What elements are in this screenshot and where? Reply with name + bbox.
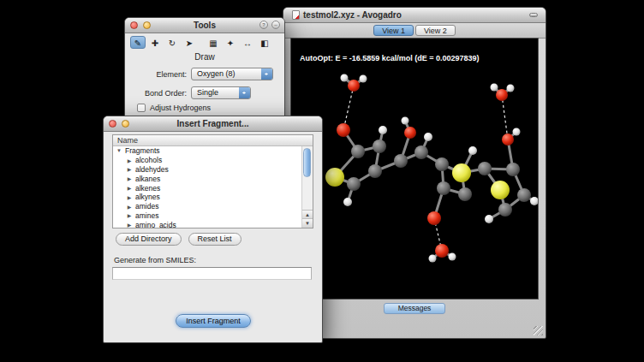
insert-fragment-dialog: Insert Fragment... Name ▼Fragments▶alcoh… — [103, 116, 323, 343]
element-dropdown[interactable]: Oxygen (8) — [191, 68, 273, 80]
tool-panel-title: Draw — [125, 52, 284, 62]
document-icon — [292, 10, 300, 20]
tab-bar: View 1View 2 — [283, 23, 546, 39]
adjust-hydrogens-label: Adjust Hydrogens — [150, 104, 211, 112]
resize-grip[interactable] — [534, 326, 543, 335]
tab-view-1[interactable]: View 1 — [373, 25, 414, 36]
element-row: Element: Oxygen (8) — [125, 68, 277, 80]
disclosure-triangle-icon[interactable]: ▶ — [126, 204, 133, 210]
help-button[interactable]: ? — [259, 21, 268, 29]
molecule-render[interactable] — [291, 39, 538, 299]
autooptimize-tool-icon[interactable]: ✦ — [223, 36, 238, 49]
add-directory-button[interactable]: Add Directory — [116, 233, 182, 246]
tree-item-alkanes[interactable]: ▶alkanes — [113, 174, 301, 183]
fragment-dialog-buttons: Add Directory Reset List — [116, 233, 242, 246]
tree-item-label: alkenes — [135, 184, 160, 193]
tree-item-label: amino_acids — [135, 221, 176, 228]
render-viewport[interactable]: AutoOpt: E = -16.5859 kcal/mol (dE = 0.0… — [290, 38, 539, 300]
disclosure-triangle-icon[interactable]: ▶ — [126, 157, 133, 163]
adjust-hydrogens-checkbox[interactable] — [137, 104, 146, 112]
tab-view-2[interactable]: View 2 — [415, 25, 456, 36]
smiles-input[interactable] — [112, 267, 312, 280]
bond-order-dropdown[interactable]: Single — [191, 86, 251, 99]
tree-item-amines[interactable]: ▶amines — [113, 211, 301, 221]
navigate-tool-icon[interactable]: ✚ — [147, 36, 163, 49]
disclosure-triangle-icon[interactable]: ▶ — [126, 166, 133, 172]
tree-item-label: Fragments — [125, 146, 160, 155]
name-column-header[interactable]: Name — [113, 135, 313, 146]
fragment-tree: ▼Fragments▶alcohols▶aldehydes▶alkanes▶al… — [113, 146, 301, 228]
select-tool-icon[interactable]: ➤ — [182, 36, 197, 49]
bond-order-row: Bond Order: Single — [125, 86, 277, 99]
dropdown-arrows-icon — [239, 87, 250, 98]
fragment-list: Name ▼Fragments▶alcohols▶aldehydes▶alkan… — [112, 134, 313, 228]
main-window-titlebar[interactable]: testmol2.xyz - Avogadro — [283, 8, 546, 23]
fragment-list-scrollbar[interactable]: ▲ ▼ — [301, 146, 313, 228]
bond-order-label: Bond Order: — [125, 89, 191, 98]
tree-item-label: amines — [135, 211, 158, 220]
dropdown-arrows-icon — [261, 68, 272, 80]
adjust-hydrogens-row: Adjust Hydrogens — [137, 104, 211, 112]
disclosure-triangle-icon[interactable]: ▶ — [126, 185, 133, 191]
tools-window: Tools ? – ✎✚↻➤▦✦↔◧ Draw Element: Oxygen … — [124, 17, 285, 122]
fragment-tool-icon[interactable]: ▦ — [206, 36, 221, 49]
toolbar-toggle-button[interactable] — [529, 13, 538, 17]
tree-item-alkynes[interactable]: ▶alkynes — [113, 193, 301, 202]
measure-tool-icon[interactable]: ↔ — [240, 36, 255, 49]
tree-item-fragments[interactable]: ▼Fragments — [113, 146, 301, 156]
rotate-tool-icon[interactable]: ↻ — [164, 36, 180, 49]
tree-item-label: alcohols — [135, 156, 162, 164]
disclosure-triangle-icon[interactable]: ▶ — [126, 194, 133, 200]
disclosure-triangle-icon[interactable]: ▶ — [126, 222, 133, 228]
reset-list-button[interactable]: Reset List — [188, 233, 242, 246]
align-tool-icon[interactable]: ◧ — [257, 36, 272, 49]
disclosure-triangle-icon[interactable]: ▶ — [126, 212, 133, 218]
bond-order-dropdown-value: Single — [197, 88, 218, 97]
disclosure-triangle-icon[interactable]: ▶ — [126, 175, 133, 181]
tree-item-label: amides — [135, 202, 158, 211]
autoopt-status-text: AutoOpt: E = -16.5859 kcal/mol (dE = 0.0… — [300, 54, 480, 62]
scroll-down-icon[interactable]: ▼ — [302, 218, 313, 228]
tree-item-label: alkanes — [135, 175, 160, 183]
tree-item-label: alkynes — [135, 193, 160, 201]
tree-item-aldehydes[interactable]: ▶aldehydes — [113, 165, 301, 175]
insert-fragment-button[interactable]: Insert Fragment — [176, 314, 251, 328]
molecule-svg — [291, 39, 538, 299]
tree-item-label: aldehydes — [135, 165, 169, 174]
tools-titlebar[interactable]: Tools ? – — [125, 18, 284, 33]
element-label: Element: — [125, 70, 191, 79]
collapse-button[interactable]: – — [271, 21, 280, 29]
tools-toolbar: ✎✚↻➤▦✦↔◧ — [130, 36, 272, 49]
draw-tool-icon[interactable]: ✎ — [130, 36, 146, 49]
tree-item-alkenes[interactable]: ▶alkenes — [113, 183, 301, 193]
fragment-dialog-titlebar[interactable]: Insert Fragment... — [104, 116, 322, 132]
disclosure-triangle-icon[interactable]: ▼ — [116, 148, 122, 153]
fragment-dialog-title: Insert Fragment... — [104, 119, 322, 128]
tree-item-amides[interactable]: ▶amides — [113, 202, 301, 211]
main-window-title: testmol2.xyz - Avogadro — [303, 10, 402, 20]
smiles-label: Generate from SMILES: — [114, 256, 196, 264]
messages-button[interactable]: Messages — [384, 303, 445, 314]
tree-item-amino_acids[interactable]: ▶amino_acids — [113, 220, 301, 228]
scrollbar-thumb[interactable] — [303, 148, 311, 177]
element-dropdown-value: Oxygen (8) — [197, 69, 236, 78]
tree-item-alcohols[interactable]: ▶alcohols — [113, 156, 301, 165]
